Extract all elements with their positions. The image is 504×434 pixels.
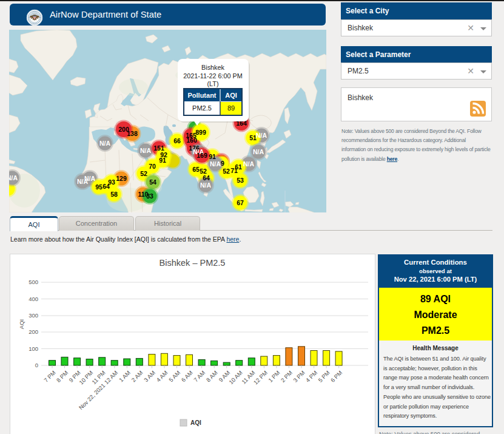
svg-text:899: 899	[195, 129, 206, 136]
svg-text:7 PM: 7 PM	[42, 369, 57, 384]
svg-text:3 PM: 3 PM	[292, 369, 306, 384]
svg-text:400: 400	[29, 296, 38, 302]
svg-text:200: 200	[118, 126, 129, 133]
svg-text:2021-11-22 6:00 PM: 2021-11-22 6:00 PM	[183, 72, 243, 80]
svg-text:6 AM: 6 AM	[180, 369, 194, 383]
svg-text:160: 160	[186, 137, 197, 144]
svg-text:92: 92	[160, 151, 167, 158]
svg-text:2 AM: 2 AM	[130, 369, 144, 383]
svg-text:65: 65	[192, 166, 200, 173]
svg-text:10 PM: 10 PM	[78, 369, 94, 385]
svg-text:N/A: N/A	[140, 147, 152, 154]
svg-text:169: 169	[197, 152, 207, 159]
svg-text:0: 0	[35, 362, 38, 368]
svg-text:3 AM: 3 AM	[143, 369, 156, 383]
svg-text:91: 91	[209, 153, 216, 160]
svg-text:4 PM: 4 PM	[304, 369, 319, 384]
svg-text:500: 500	[29, 279, 38, 285]
svg-text:89: 89	[227, 104, 235, 112]
svg-text:AQI: AQI	[225, 92, 237, 99]
svg-text:200: 200	[29, 328, 38, 335]
svg-text:95: 95	[95, 183, 102, 191]
svg-text:4 AM: 4 AM	[155, 369, 169, 383]
svg-text:33: 33	[146, 192, 153, 200]
svg-text:8 PM: 8 PM	[55, 369, 70, 384]
svg-text:2 PM: 2 PM	[280, 369, 294, 384]
svg-text:N/A: N/A	[99, 140, 111, 147]
svg-text:7 AM: 7 AM	[192, 369, 206, 383]
svg-text:Pollutant: Pollutant	[187, 92, 216, 99]
svg-text:12 PM: 12 PM	[252, 369, 269, 385]
svg-text:58: 58	[110, 191, 118, 198]
svg-text:PM2.5: PM2.5	[192, 104, 212, 112]
svg-text:51: 51	[249, 134, 257, 141]
svg-text:AQI: AQI	[190, 419, 201, 426]
svg-text:53: 53	[237, 177, 244, 184]
svg-text:100: 100	[29, 345, 38, 352]
svg-text:(LT): (LT)	[207, 80, 219, 87]
svg-text:Bishkek: Bishkek	[201, 64, 224, 71]
svg-text:52: 52	[140, 170, 147, 177]
svg-text:6 PM: 6 PM	[329, 369, 344, 384]
svg-text:52: 52	[223, 168, 230, 175]
svg-text:AQI: AQI	[18, 319, 25, 329]
svg-text:N/A: N/A	[200, 181, 212, 189]
svg-text:54: 54	[149, 178, 156, 186]
svg-text:8 AM: 8 AM	[205, 369, 219, 383]
svg-text:10 AM: 10 AM	[227, 369, 244, 385]
svg-text:N/A: N/A	[253, 148, 264, 155]
svg-text:Bishkek – PM2.5: Bishkek – PM2.5	[160, 258, 226, 268]
svg-text:5 PM: 5 PM	[317, 369, 331, 384]
svg-text:64: 64	[102, 183, 110, 190]
svg-text:N/A: N/A	[9, 174, 18, 181]
svg-text:70: 70	[149, 163, 156, 170]
svg-text:66: 66	[173, 137, 181, 144]
svg-text:N/A: N/A	[210, 160, 221, 168]
svg-text:129: 129	[116, 175, 127, 182]
svg-text:1 PM: 1 PM	[267, 369, 281, 384]
svg-text:1 AM: 1 AM	[118, 369, 132, 383]
svg-text:300: 300	[29, 312, 38, 319]
svg-text:N/A: N/A	[77, 178, 89, 185]
svg-text:N/A: N/A	[243, 160, 255, 168]
svg-text:64: 64	[203, 174, 210, 181]
svg-text:N/A: N/A	[256, 132, 267, 139]
svg-text:67: 67	[237, 199, 244, 206]
svg-text:71: 71	[230, 167, 238, 174]
svg-text:9: 9	[221, 160, 224, 167]
svg-text:5 AM: 5 AM	[167, 369, 181, 383]
